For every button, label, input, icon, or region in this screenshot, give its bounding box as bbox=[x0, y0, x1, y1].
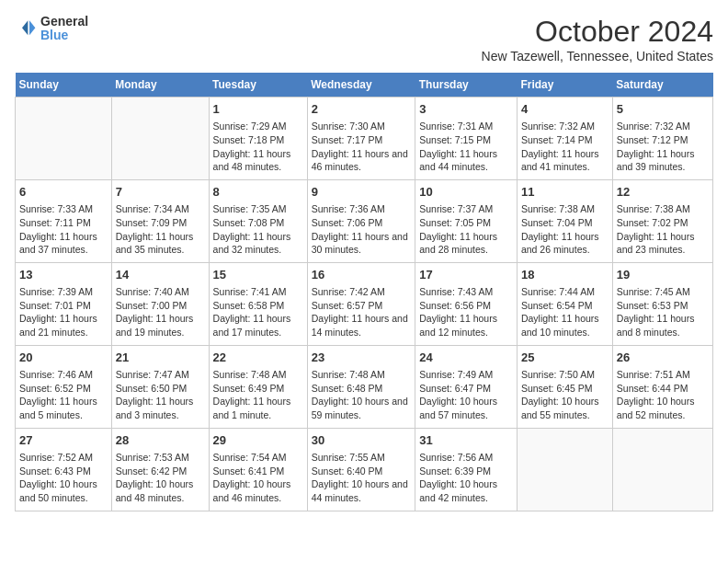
page-header: General Blue October 2024 New Tazewell, … bbox=[15, 15, 713, 63]
calendar-week-row: 20Sunrise: 7:46 AM Sunset: 6:52 PM Dayli… bbox=[16, 345, 713, 428]
day-info: Sunrise: 7:34 AM Sunset: 7:09 PM Dayligh… bbox=[116, 202, 205, 257]
calendar-cell: 13Sunrise: 7:39 AM Sunset: 7:01 PM Dayli… bbox=[16, 262, 112, 345]
calendar-cell: 6Sunrise: 7:33 AM Sunset: 7:11 PM Daylig… bbox=[16, 179, 112, 262]
calendar-cell: 8Sunrise: 7:35 AM Sunset: 7:08 PM Daylig… bbox=[209, 179, 307, 262]
day-number: 19 bbox=[617, 267, 709, 283]
day-info: Sunrise: 7:54 AM Sunset: 6:41 PM Dayligh… bbox=[213, 451, 303, 505]
day-number: 17 bbox=[419, 267, 513, 283]
day-info: Sunrise: 7:49 AM Sunset: 6:47 PM Dayligh… bbox=[419, 368, 513, 422]
day-number: 27 bbox=[19, 432, 108, 449]
day-info: Sunrise: 7:43 AM Sunset: 6:56 PM Dayligh… bbox=[419, 285, 513, 339]
calendar-cell bbox=[111, 98, 209, 180]
day-info: Sunrise: 7:31 AM Sunset: 7:15 PM Dayligh… bbox=[419, 120, 513, 174]
svg-marker-0 bbox=[29, 21, 35, 36]
day-info: Sunrise: 7:29 AM Sunset: 7:18 PM Dayligh… bbox=[213, 120, 303, 174]
day-number: 9 bbox=[312, 184, 412, 201]
day-number: 15 bbox=[213, 267, 303, 283]
day-number: 11 bbox=[521, 184, 609, 201]
day-number: 23 bbox=[312, 350, 412, 366]
day-info: Sunrise: 7:38 AM Sunset: 7:02 PM Dayligh… bbox=[617, 202, 709, 257]
calendar-cell: 15Sunrise: 7:41 AM Sunset: 6:58 PM Dayli… bbox=[209, 262, 307, 345]
calendar-title: October 2024 bbox=[482, 15, 713, 49]
calendar-cell: 10Sunrise: 7:37 AM Sunset: 7:05 PM Dayli… bbox=[415, 179, 518, 262]
day-info: Sunrise: 7:50 AM Sunset: 6:45 PM Dayligh… bbox=[521, 368, 609, 422]
header-row: SundayMondayTuesdayWednesdayThursdayFrid… bbox=[16, 73, 713, 98]
title-area: October 2024 New Tazewell, Tennessee, Un… bbox=[482, 15, 713, 63]
day-number: 28 bbox=[116, 432, 205, 449]
day-number: 31 bbox=[419, 432, 513, 449]
day-info: Sunrise: 7:42 AM Sunset: 6:57 PM Dayligh… bbox=[312, 285, 412, 339]
day-info: Sunrise: 7:53 AM Sunset: 6:42 PM Dayligh… bbox=[116, 451, 205, 505]
day-info: Sunrise: 7:30 AM Sunset: 7:17 PM Dayligh… bbox=[312, 120, 412, 174]
calendar-cell: 14Sunrise: 7:40 AM Sunset: 7:00 PM Dayli… bbox=[111, 262, 209, 345]
calendar-cell: 19Sunrise: 7:45 AM Sunset: 6:53 PM Dayli… bbox=[612, 262, 712, 345]
day-info: Sunrise: 7:33 AM Sunset: 7:11 PM Dayligh… bbox=[19, 202, 108, 257]
header-cell-saturday: Saturday bbox=[612, 73, 712, 98]
logo-text-blue: Blue bbox=[40, 29, 88, 42]
header-cell-wednesday: Wednesday bbox=[307, 73, 415, 98]
calendar-cell: 21Sunrise: 7:47 AM Sunset: 6:50 PM Dayli… bbox=[111, 345, 209, 428]
calendar-cell: 1Sunrise: 7:29 AM Sunset: 7:18 PM Daylig… bbox=[209, 98, 307, 180]
calendar-cell: 5Sunrise: 7:32 AM Sunset: 7:12 PM Daylig… bbox=[612, 98, 712, 180]
day-info: Sunrise: 7:44 AM Sunset: 6:54 PM Dayligh… bbox=[521, 285, 609, 339]
calendar-week-row: 6Sunrise: 7:33 AM Sunset: 7:11 PM Daylig… bbox=[16, 179, 713, 262]
calendar-cell: 4Sunrise: 7:32 AM Sunset: 7:14 PM Daylig… bbox=[517, 98, 612, 180]
day-number: 21 bbox=[116, 350, 205, 366]
day-info: Sunrise: 7:48 AM Sunset: 6:49 PM Dayligh… bbox=[213, 368, 303, 422]
day-info: Sunrise: 7:35 AM Sunset: 7:08 PM Dayligh… bbox=[213, 202, 303, 257]
logo-text-general: General bbox=[40, 15, 88, 29]
day-number: 29 bbox=[213, 432, 303, 449]
calendar-cell: 30Sunrise: 7:55 AM Sunset: 6:40 PM Dayli… bbox=[307, 428, 415, 511]
calendar-cell: 16Sunrise: 7:42 AM Sunset: 6:57 PM Dayli… bbox=[307, 262, 415, 345]
calendar-cell bbox=[517, 428, 612, 511]
calendar-cell: 31Sunrise: 7:56 AM Sunset: 6:39 PM Dayli… bbox=[415, 428, 518, 511]
calendar-cell: 20Sunrise: 7:46 AM Sunset: 6:52 PM Dayli… bbox=[16, 345, 112, 428]
logo: General Blue bbox=[15, 15, 88, 43]
header-cell-friday: Friday bbox=[517, 73, 612, 98]
calendar-week-row: 1Sunrise: 7:29 AM Sunset: 7:18 PM Daylig… bbox=[16, 98, 713, 180]
day-number: 18 bbox=[521, 267, 609, 283]
day-number: 25 bbox=[521, 350, 609, 366]
calendar-cell: 18Sunrise: 7:44 AM Sunset: 6:54 PM Dayli… bbox=[517, 262, 612, 345]
day-number: 3 bbox=[419, 101, 513, 118]
calendar-table: SundayMondayTuesdayWednesdayThursdayFrid… bbox=[15, 73, 713, 511]
day-number: 26 bbox=[617, 350, 709, 366]
day-number: 2 bbox=[312, 101, 412, 118]
day-number: 10 bbox=[419, 184, 513, 201]
day-info: Sunrise: 7:47 AM Sunset: 6:50 PM Dayligh… bbox=[116, 368, 205, 422]
day-number: 8 bbox=[213, 184, 303, 201]
day-info: Sunrise: 7:40 AM Sunset: 7:00 PM Dayligh… bbox=[116, 285, 205, 339]
calendar-cell: 9Sunrise: 7:36 AM Sunset: 7:06 PM Daylig… bbox=[307, 179, 415, 262]
calendar-cell: 24Sunrise: 7:49 AM Sunset: 6:47 PM Dayli… bbox=[415, 345, 518, 428]
header-cell-tuesday: Tuesday bbox=[209, 73, 307, 98]
calendar-cell bbox=[16, 98, 112, 180]
day-info: Sunrise: 7:39 AM Sunset: 7:01 PM Dayligh… bbox=[19, 285, 108, 339]
calendar-cell: 22Sunrise: 7:48 AM Sunset: 6:49 PM Dayli… bbox=[209, 345, 307, 428]
day-number: 14 bbox=[116, 267, 205, 283]
day-info: Sunrise: 7:32 AM Sunset: 7:14 PM Dayligh… bbox=[521, 120, 609, 174]
logo-icon bbox=[15, 17, 37, 40]
day-info: Sunrise: 7:38 AM Sunset: 7:04 PM Dayligh… bbox=[521, 202, 609, 257]
header-cell-thursday: Thursday bbox=[415, 73, 518, 98]
calendar-cell: 2Sunrise: 7:30 AM Sunset: 7:17 PM Daylig… bbox=[307, 98, 415, 180]
calendar-week-row: 27Sunrise: 7:52 AM Sunset: 6:43 PM Dayli… bbox=[16, 428, 713, 511]
day-info: Sunrise: 7:56 AM Sunset: 6:39 PM Dayligh… bbox=[419, 451, 513, 505]
calendar-cell: 3Sunrise: 7:31 AM Sunset: 7:15 PM Daylig… bbox=[415, 98, 518, 180]
day-info: Sunrise: 7:45 AM Sunset: 6:53 PM Dayligh… bbox=[617, 285, 709, 339]
calendar-cell: 25Sunrise: 7:50 AM Sunset: 6:45 PM Dayli… bbox=[517, 345, 612, 428]
day-info: Sunrise: 7:32 AM Sunset: 7:12 PM Dayligh… bbox=[617, 120, 709, 174]
day-number: 7 bbox=[116, 184, 205, 201]
day-number: 22 bbox=[213, 350, 303, 366]
svg-marker-1 bbox=[22, 21, 28, 36]
calendar-cell: 23Sunrise: 7:48 AM Sunset: 6:48 PM Dayli… bbox=[307, 345, 415, 428]
header-cell-sunday: Sunday bbox=[16, 73, 112, 98]
calendar-cell bbox=[612, 428, 712, 511]
day-info: Sunrise: 7:46 AM Sunset: 6:52 PM Dayligh… bbox=[19, 368, 108, 422]
header-cell-monday: Monday bbox=[111, 73, 209, 98]
calendar-cell: 28Sunrise: 7:53 AM Sunset: 6:42 PM Dayli… bbox=[111, 428, 209, 511]
calendar-cell: 11Sunrise: 7:38 AM Sunset: 7:04 PM Dayli… bbox=[517, 179, 612, 262]
calendar-cell: 26Sunrise: 7:51 AM Sunset: 6:44 PM Dayli… bbox=[612, 345, 712, 428]
calendar-cell: 17Sunrise: 7:43 AM Sunset: 6:56 PM Dayli… bbox=[415, 262, 518, 345]
calendar-subtitle: New Tazewell, Tennessee, United States bbox=[482, 49, 713, 63]
day-info: Sunrise: 7:37 AM Sunset: 7:05 PM Dayligh… bbox=[419, 202, 513, 257]
